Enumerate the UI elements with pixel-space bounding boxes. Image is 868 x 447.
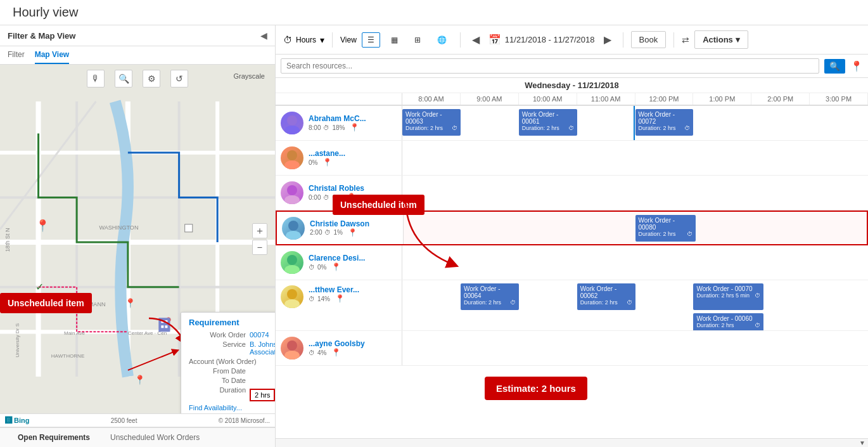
book-button[interactable]: Book — [631, 31, 667, 48]
date-range-text: 11/21/2018 - 11/27/2018 — [505, 35, 595, 44]
zoom-controls: ＋ － — [252, 223, 267, 255]
settings-map-icon[interactable]: ⚙ — [143, 70, 160, 87]
search-resources-input[interactable] — [281, 58, 819, 74]
resource-info-christie: Christie Dawson 2:00 ⏱ 1% 📍 — [277, 212, 404, 244]
svg-point-35 — [284, 160, 300, 169]
microphone-icon[interactable]: 🎙 — [87, 70, 105, 87]
wo-block-00060[interactable]: Work Order - 00060 Duration: 2 hrs⏱ — [693, 313, 763, 330]
schedule-cells-christie: Work Order - 00080 Duration: 2 hrs⏱ — [404, 212, 867, 244]
resource-row-castane: ...astane... 0% 📍 — [276, 141, 868, 176]
zoom-in-button[interactable]: ＋ — [252, 223, 267, 238]
gantt-icon: ▦ — [391, 36, 398, 44]
globe-view-button[interactable]: 🌐 — [431, 32, 452, 48]
search-button[interactable]: 🔍 — [824, 59, 845, 74]
svg-point-45 — [284, 351, 300, 360]
resource-meta-clarence: ⏱ 0% 📍 — [309, 262, 397, 271]
pin-castane: 📍 — [322, 158, 332, 167]
tab-map-view[interactable]: Map View — [35, 46, 69, 64]
resource-details-castane: ...astane... 0% 📍 — [309, 149, 397, 167]
schedule-header: Wednesday - 11/21/2018 8:00 AM 9:00 AM 1… — [276, 78, 868, 106]
wo-block-00062[interactable]: Work Order - 00062 Duration: 2 hrs⏱ — [577, 283, 635, 310]
list-view-button[interactable]: ☰ — [362, 32, 380, 48]
schedule-cells-abraham: Work Order - 00063 Duration: 2 hrs⏱ Work… — [402, 106, 868, 140]
tab-open-requirements[interactable]: Open Requirements — [8, 428, 100, 447]
map-copyright: © 2018 Microsof... — [219, 417, 270, 424]
req-work-order-row: Work Order 00074 — [189, 331, 275, 339]
resource-meta-castane: 0% 📍 — [309, 158, 397, 167]
map-footer: 🅱 Bing 2500 feet © 2018 Microsof... — [0, 413, 275, 427]
svg-point-33 — [284, 126, 300, 134]
find-availability-link[interactable]: Find Availability... — [189, 404, 275, 411]
schedule-cells-matthew: Work Order - 00064 Duration: 2 hrs⏱ Work… — [402, 280, 868, 330]
wo-duration: Duration: 2 hrs 5 min⏱ — [696, 292, 760, 299]
resource-row-wayne: ...ayne Goolsby ⏱ 4% 📍 — [276, 331, 868, 366]
prev-date-button[interactable]: ◀ — [468, 32, 483, 47]
svg-point-42 — [287, 289, 297, 299]
resource-name-matthew: ...tthew Ever... — [309, 285, 397, 294]
schedule-cells-christal — [402, 176, 868, 210]
search-map-icon[interactable]: 🔍 — [115, 70, 132, 87]
schedule-cells-wayne — [402, 331, 868, 365]
req-work-order-value[interactable]: 00074 — [250, 331, 269, 339]
wo-duration: Duration: 2 hrs⏱ — [580, 299, 632, 306]
time-row: 8:00 AM 9:00 AM 10:00 AM 11:00 AM 12:00 … — [276, 93, 868, 105]
wo-title: Work Order - 00061 — [522, 111, 574, 125]
wo-block-00063[interactable]: Work Order - 00063 Duration: 2 hrs⏱ — [402, 109, 461, 136]
separator-4 — [673, 32, 674, 48]
svg-text:Main Ave: Main Ave — [64, 330, 86, 336]
map-area: 18th St N WASHINGTON HORACEMANN Universi… — [0, 65, 275, 413]
tab-unscheduled-work-orders[interactable]: Unscheduled Work Orders — [100, 428, 210, 447]
scroll-bottom[interactable]: ▼ — [276, 438, 868, 447]
resource-name-wayne: ...ayne Goolsby — [309, 339, 397, 348]
resource-row-christie: Christie Dawson 2:00 ⏱ 1% 📍 Wo — [276, 211, 868, 245]
swap-icon: ⇄ — [682, 35, 689, 45]
zoom-out-button[interactable]: － — [252, 240, 267, 255]
req-from-date-label: From Date — [189, 367, 246, 375]
pin-clarence: 📍 — [331, 262, 341, 271]
resource-info-matthew: ...tthew Ever... ⏱ 14% 📍 — [276, 280, 402, 330]
actions-dropdown-icon: ▾ — [736, 35, 740, 44]
tab-filter[interactable]: Filter — [8, 46, 25, 64]
toolbar: ⏱ Hours ▾ View ☰ ▦ ⊞ 🌐 ◀ — [276, 25, 868, 55]
time-slot-2pm: 2:00 PM — [751, 93, 810, 105]
scroll-right-arrow[interactable]: ▼ — [859, 439, 865, 446]
resource-info-castane: ...astane... 0% 📍 — [276, 141, 402, 175]
hours-dropdown-icon[interactable]: ▾ — [320, 35, 324, 45]
wo-block-00072[interactable]: Work Order - 00072 Duration: 2 hrs⏱ — [635, 109, 694, 136]
time-slots: 8:00 AM 9:00 AM 10:00 AM 11:00 AM 12:00 … — [402, 93, 868, 105]
wo-duration: Duration: 2 hrs⏱ — [639, 231, 692, 237]
refresh-map-icon[interactable]: ↺ — [170, 70, 188, 87]
req-account-row: Account (Work Order) — [189, 358, 275, 365]
calendar-icon: 📅 — [488, 34, 501, 46]
req-work-order-label: Work Order — [189, 331, 246, 339]
time-slot-11am: 11:00 AM — [577, 93, 635, 105]
pin-location-button[interactable]: 📍 — [850, 60, 863, 72]
svg-text:📍: 📍 — [35, 219, 50, 233]
resource-info-wayne: ...ayne Goolsby ⏱ 4% 📍 — [276, 331, 402, 365]
req-duration-label: Duration — [189, 386, 246, 401]
resource-details-clarence: Clarence Desi... ⏱ 0% 📍 — [309, 254, 397, 271]
resource-info-clarence: Clarence Desi... ⏱ 0% 📍 — [276, 245, 402, 280]
wo-block-00070[interactable]: Work Order - 00070 Duration: 2 hrs 5 min… — [693, 283, 763, 310]
avatar-matthew — [281, 285, 303, 308]
resource-meta-christie: 2:00 ⏱ 1% 📍 — [310, 228, 398, 237]
grid-view-button[interactable]: ⊞ — [409, 32, 426, 48]
resource-name-castane: ...astane... — [309, 149, 397, 158]
next-date-button[interactable]: ▶ — [600, 32, 615, 47]
globe-icon: 🌐 — [437, 36, 447, 44]
svg-text:18th St N: 18th St N — [4, 228, 11, 252]
separator-1 — [332, 32, 333, 48]
map-scale: 2500 feet — [111, 417, 137, 424]
requirement-popup: ✕ Requirement Work Order 00074 Service B… — [181, 312, 275, 413]
avatar-christal — [281, 181, 303, 204]
actions-button[interactable]: Actions ▾ — [694, 30, 748, 49]
collapse-arrow[interactable]: ◀ — [260, 30, 267, 41]
req-service-value[interactable]: B. Johnson and Associates — [250, 340, 275, 356]
svg-point-37 — [284, 195, 300, 204]
grayscale-label: Grayscale — [233, 72, 265, 80]
wo-duration: Duration: 2 hrs⏱ — [522, 125, 574, 131]
wo-block-00064[interactable]: Work Order - 00064 Duration: 2 hrs⏱ — [461, 283, 519, 310]
gantt-view-button[interactable]: ▦ — [385, 32, 404, 48]
wo-block-00061[interactable]: Work Order - 00061 Duration: 2 hrs⏱ — [519, 109, 577, 136]
wo-block-00080[interactable]: Work Order - 00080 Duration: 2 hrs⏱ — [635, 215, 696, 242]
